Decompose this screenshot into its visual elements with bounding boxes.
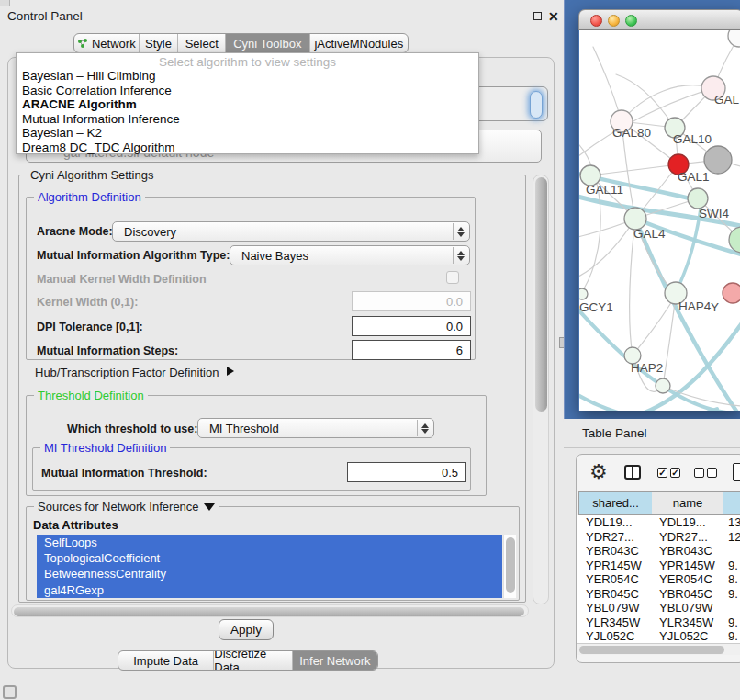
tab-style[interactable]: Style <box>139 34 178 52</box>
tab-discretize-data[interactable]: Discretize Data <box>213 651 291 670</box>
table-row[interactable]: YPR145WYPR145W9. <box>577 559 740 573</box>
node-label: GAL <box>714 93 739 107</box>
node-label: Y <box>711 300 719 314</box>
data-attributes-list[interactable]: SelfLoopsTopologicalCoefficientBetweenne… <box>37 535 502 598</box>
table-cell: YLR345W <box>586 615 640 629</box>
minimized-panel-icon[interactable] <box>3 685 17 699</box>
table-cell: 9. <box>728 629 738 643</box>
table-row[interactable]: YER054CYER054C8. <box>577 572 740 587</box>
expand-right-icon[interactable] <box>227 367 234 376</box>
table-cell: YJL052C <box>659 629 708 643</box>
table-panel-title: Table Panel <box>582 426 647 440</box>
tab-style-label: Style <box>145 37 172 51</box>
mi-steps-field[interactable]: 6 <box>352 340 471 360</box>
table-row[interactable]: YBL079WYBL079W <box>577 601 740 615</box>
table-cell: YDR27... <box>659 530 708 544</box>
combobox-focus-button[interactable] <box>530 91 543 119</box>
algorithm-list: Bayesian – Hill ClimbingBasic Correlatio… <box>17 69 478 155</box>
table-row[interactable]: YDL19...YDL19...13 <box>577 515 740 530</box>
table-row[interactable]: YDR27...YDR27...12 <box>577 530 740 545</box>
tab-jactivemnodules[interactable]: jActiveMNodules <box>309 34 408 52</box>
dpi-tolerance-field[interactable]: 0.0 <box>352 316 471 336</box>
algorithm-option[interactable]: Basic Correlation Inference <box>17 84 478 98</box>
stepper-icon <box>453 247 468 264</box>
attribute-item[interactable]: BetweennessCentrality <box>37 566 502 581</box>
node-label: GAL1 <box>678 170 710 184</box>
table-row[interactable]: YJL052CYJL052C9. <box>577 629 740 643</box>
table-cell: YDL19... <box>659 515 706 529</box>
threshold-definition-title: Threshold Definition <box>34 389 148 402</box>
table-row[interactable]: YLR345WYLR345W9. <box>577 615 740 630</box>
manual-kernel-checkbox[interactable] <box>446 271 459 284</box>
algorithm-option[interactable]: Bayesian – Hill Climbing <box>17 69 478 84</box>
algorithm-definition-title: Algorithm Definition <box>34 190 145 204</box>
table-horizontal-scrollbar[interactable] <box>577 643 740 655</box>
scrollbar-thumb[interactable] <box>506 537 515 593</box>
tab-impute-data[interactable]: Impute Data <box>118 651 213 670</box>
algorithm-option[interactable]: Bayesian – K2 <box>17 126 478 141</box>
attribute-item[interactable]: SelfLoops <box>37 535 502 550</box>
table-cell: 13 <box>728 515 740 529</box>
table-row[interactable]: YBR045CYBR045C9. <box>577 587 740 602</box>
which-threshold-combobox[interactable]: MI Threshold <box>197 418 434 438</box>
algorithm-option[interactable]: ARACNE Algorithm <box>17 97 478 112</box>
network-canvas[interactable]: GALGAL80GAL10GAL1GAL11SWI4GAL4GCY1HAP4YH… <box>579 30 740 411</box>
mi-threshold-field[interactable]: 0.5 <box>347 462 466 482</box>
scrollbar-thumb[interactable] <box>579 646 724 654</box>
select-all-checks[interactable]: ✓ ✓ <box>657 468 680 478</box>
which-threshold-label: Which threshold to use: <box>67 423 197 435</box>
column-header-name[interactable]: name <box>652 491 724 515</box>
stepper-icon <box>453 223 468 240</box>
scrollbar-thumb[interactable] <box>535 177 547 412</box>
data-attributes-label: Data Attributes <box>33 518 118 532</box>
column-header-shared[interactable]: shared... <box>578 491 653 515</box>
close-icon[interactable]: ✕ <box>548 10 559 23</box>
algorithm-placeholder: Select algorithm to view settings <box>17 53 478 69</box>
tab-impute-data-label: Impute Data <box>133 654 198 668</box>
checkbox-checked-icon: ✓ <box>670 468 680 478</box>
table-cell: YPR145W <box>586 559 642 572</box>
which-threshold-value: MI Threshold <box>209 422 279 435</box>
deselect-all-checks[interactable] <box>694 468 717 478</box>
table-cell: YDR27... <box>586 530 634 544</box>
scrollbar-thumb[interactable] <box>14 607 524 616</box>
attributes-list-scrollbar[interactable] <box>503 535 516 598</box>
collapse-down-icon[interactable] <box>204 503 215 511</box>
zoom-window-icon[interactable] <box>625 15 637 27</box>
table-cell: 9. <box>728 615 738 629</box>
settings-vertical-scrollbar[interactable] <box>533 175 549 604</box>
page-icon[interactable] <box>733 463 740 481</box>
table-cell: 9. <box>728 559 738 572</box>
table-cell: YPR145W <box>659 559 715 572</box>
settings-horizontal-scrollbar[interactable] <box>11 604 529 617</box>
checkbox-unchecked-icon <box>694 468 704 478</box>
close-window-icon[interactable] <box>590 15 602 27</box>
attribute-item[interactable]: gal4RGexp <box>37 582 502 598</box>
algorithm-option[interactable]: Mutual Information Inference <box>17 112 478 127</box>
network-window-titlebar[interactable] <box>578 9 740 30</box>
apply-button[interactable]: Apply <box>219 619 274 640</box>
tab-cyni-toolbox[interactable]: Cyni Toolbox <box>225 34 309 52</box>
tab-network[interactable]: Network <box>74 34 139 52</box>
stepper-icon <box>417 420 432 436</box>
mi-algorithm-combobox[interactable]: Naive Bayes <box>230 245 470 265</box>
aracne-mode-label: Aracne Mode: <box>37 225 113 238</box>
columns-icon[interactable] <box>624 465 641 480</box>
kernel-width-field[interactable]: 0.0 <box>352 291 471 311</box>
tab-infer-network-label: Infer Network <box>299 654 370 668</box>
aracne-mode-combobox[interactable]: Discovery <box>112 221 470 242</box>
tab-select[interactable]: Select <box>177 34 225 52</box>
float-icon[interactable] <box>533 12 542 20</box>
column-header-partial[interactable] <box>723 491 740 515</box>
bottom-tabbar: Impute Data Discretize Data Infer Networ… <box>118 650 378 671</box>
attribute-item[interactable]: TopologicalCoefficient <box>37 550 502 566</box>
node-label: GAL11 <box>586 183 623 197</box>
algorithm-option[interactable]: Dream8 DC_TDC Algorithm <box>17 141 478 155</box>
control-panel-tabbar: Network Style Select Cyni Toolbox jActiv… <box>73 33 409 53</box>
mi-steps-label: Mutual Information Steps: <box>37 344 178 357</box>
minimize-window-icon[interactable] <box>608 15 620 27</box>
tab-infer-network[interactable]: Infer Network <box>292 651 377 670</box>
gear-icon[interactable]: ⚙ <box>589 462 608 482</box>
table-cell: YBR043C <box>659 544 712 558</box>
table-row[interactable]: YBR043CYBR043C <box>577 544 740 559</box>
